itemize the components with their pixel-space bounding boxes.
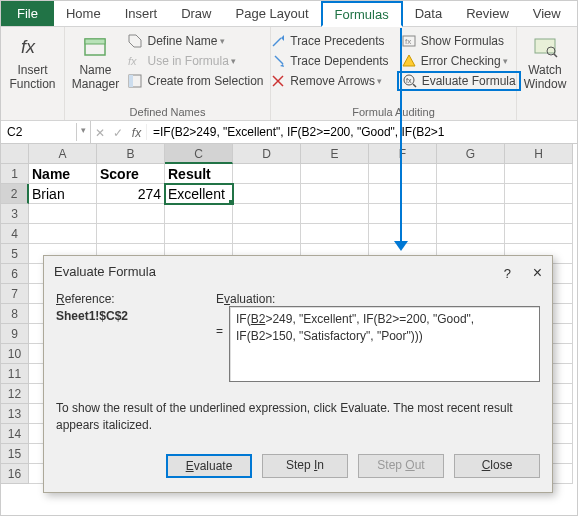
cell[interactable] [505, 224, 573, 244]
error-checking-label: Error Checking [421, 54, 501, 68]
row-header[interactable]: 12 [1, 384, 29, 404]
row-header[interactable]: 1 [1, 164, 29, 184]
svg-line-9 [275, 56, 283, 64]
cell[interactable] [505, 184, 573, 204]
evaluation-box[interactable]: IF(B2>249, "Excellent", IF(B2>=200, "Goo… [229, 306, 540, 382]
insert-function-button[interactable]: fx Insert Function [5, 29, 61, 94]
col-header-d[interactable]: D [233, 144, 301, 164]
tab-file[interactable]: File [1, 1, 54, 26]
col-header-c[interactable]: C [165, 144, 233, 164]
tab-data[interactable]: Data [403, 1, 454, 26]
cell[interactable] [29, 204, 97, 224]
cell[interactable] [233, 224, 301, 244]
remove-arrows-button[interactable]: Remove Arrows▾ [266, 71, 392, 91]
use-in-formula-button[interactable]: fx Use in Formula▾ [123, 51, 267, 71]
cell[interactable] [301, 224, 369, 244]
select-all-corner[interactable] [1, 144, 29, 164]
cell[interactable]: Brian [29, 184, 97, 204]
col-header-a[interactable]: A [29, 144, 97, 164]
svg-text:fx: fx [406, 77, 412, 84]
step-out-button: Step Out [358, 454, 444, 478]
svg-rect-19 [535, 39, 555, 53]
row-header[interactable]: 10 [1, 344, 29, 364]
cell[interactable] [437, 184, 505, 204]
step-in-button[interactable]: Step In [262, 454, 348, 478]
row-header[interactable]: 6 [1, 264, 29, 284]
cell[interactable] [369, 164, 437, 184]
cell[interactable] [97, 224, 165, 244]
row-header[interactable]: 2 [1, 184, 29, 204]
cell[interactable] [233, 184, 301, 204]
error-checking-button[interactable]: Error Checking▾ [397, 51, 521, 71]
cell[interactable] [165, 224, 233, 244]
svg-text:fx: fx [21, 37, 36, 57]
remove-arrows-icon [270, 73, 286, 89]
evaluate-formula-button[interactable]: fx Evaluate Formula [397, 71, 521, 91]
formula-auditing-group-label: Formula Auditing [352, 105, 435, 120]
col-header-h[interactable]: H [505, 144, 573, 164]
trace-precedents-button[interactable]: Trace Precedents [266, 31, 392, 51]
watch-window-button[interactable]: Watch Window [517, 29, 573, 94]
cell[interactable] [97, 204, 165, 224]
cell[interactable] [437, 204, 505, 224]
define-name-label: Define Name [147, 34, 217, 48]
name-manager-icon [79, 31, 111, 63]
cell[interactable]: 274 [97, 184, 165, 204]
cell[interactable] [505, 164, 573, 184]
close-button[interactable]: Close [454, 454, 540, 478]
reference-label: Reference: [56, 292, 216, 306]
row-header[interactable]: 15 [1, 444, 29, 464]
cell[interactable] [301, 184, 369, 204]
tab-insert[interactable]: Insert [113, 1, 170, 26]
cell[interactable]: Result [165, 164, 233, 184]
create-from-selection-button[interactable]: Create from Selection [123, 71, 267, 91]
error-checking-icon [401, 53, 417, 69]
tab-page-layout[interactable]: Page Layout [224, 1, 321, 26]
svg-line-7 [273, 38, 281, 46]
tab-draw[interactable]: Draw [169, 1, 223, 26]
row-header[interactable]: 9 [1, 324, 29, 344]
dialog-close-icon[interactable]: × [533, 264, 542, 281]
cell[interactable] [369, 184, 437, 204]
name-box[interactable]: C2 [1, 123, 77, 141]
cell[interactable]: Name [29, 164, 97, 184]
row-header[interactable]: 4 [1, 224, 29, 244]
evaluate-button[interactable]: Evaluate [166, 454, 252, 478]
cell[interactable] [505, 204, 573, 224]
row-header[interactable]: 7 [1, 284, 29, 304]
cell[interactable] [437, 224, 505, 244]
show-formulas-button[interactable]: fx Show Formulas [397, 31, 521, 51]
col-header-g[interactable]: G [437, 144, 505, 164]
col-header-b[interactable]: B [97, 144, 165, 164]
cell[interactable] [29, 224, 97, 244]
row-header[interactable]: 16 [1, 464, 29, 484]
row-header[interactable]: 8 [1, 304, 29, 324]
ribbon: fx Insert Function Name Manager Define N… [1, 27, 577, 121]
define-name-button[interactable]: Define Name▾ [123, 31, 267, 51]
row-header[interactable]: 13 [1, 404, 29, 424]
dialog-help-button[interactable]: ? [504, 266, 511, 281]
fx-bar-icon[interactable]: fx [127, 124, 147, 140]
cell[interactable]: Score [97, 164, 165, 184]
tab-review[interactable]: Review [454, 1, 521, 26]
col-header-f[interactable]: F [369, 144, 437, 164]
name-manager-button[interactable]: Name Manager [67, 29, 123, 94]
cell[interactable] [165, 204, 233, 224]
tab-view[interactable]: View [521, 1, 573, 26]
row-header[interactable]: 11 [1, 364, 29, 384]
row-header[interactable]: 5 [1, 244, 29, 264]
cell[interactable] [369, 204, 437, 224]
tab-formulas[interactable]: Formulas [321, 1, 403, 27]
tab-home[interactable]: Home [54, 1, 113, 26]
row-header[interactable]: 14 [1, 424, 29, 444]
col-header-e[interactable]: E [301, 144, 369, 164]
cell[interactable] [301, 164, 369, 184]
trace-dependents-button[interactable]: Trace Dependents [266, 51, 392, 71]
cell[interactable] [301, 204, 369, 224]
cell[interactable] [233, 164, 301, 184]
name-box-dropdown[interactable]: ▾ [77, 121, 91, 143]
cell[interactable] [233, 204, 301, 224]
cell[interactable] [437, 164, 505, 184]
active-cell[interactable]: Excellent [165, 184, 233, 204]
row-header[interactable]: 3 [1, 204, 29, 224]
